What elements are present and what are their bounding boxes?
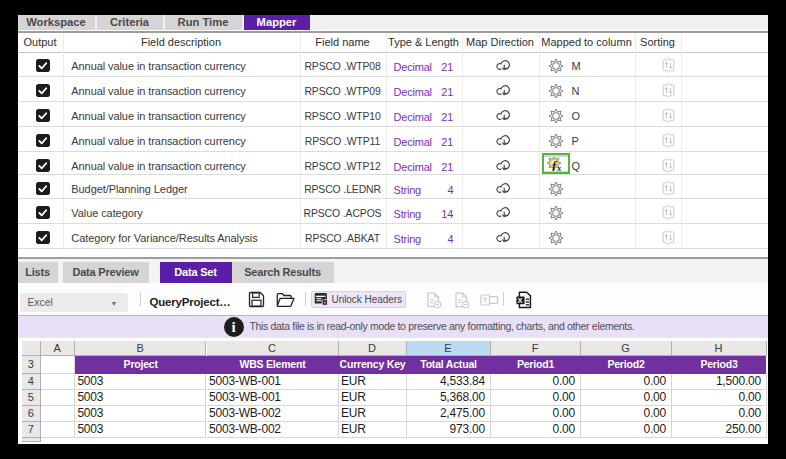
svg-text:fx: fx [557, 66, 561, 72]
svg-text:x: x [556, 164, 561, 172]
svg-text:fx: fx [557, 238, 561, 244]
svg-text:fx: fx [557, 91, 561, 97]
svg-text:fx: fx [557, 141, 561, 147]
svg-text:fx: fx [557, 116, 561, 122]
svg-text:X: X [517, 296, 522, 305]
svg-text:fx: fx [557, 213, 561, 219]
svg-text:fx: fx [557, 189, 561, 195]
